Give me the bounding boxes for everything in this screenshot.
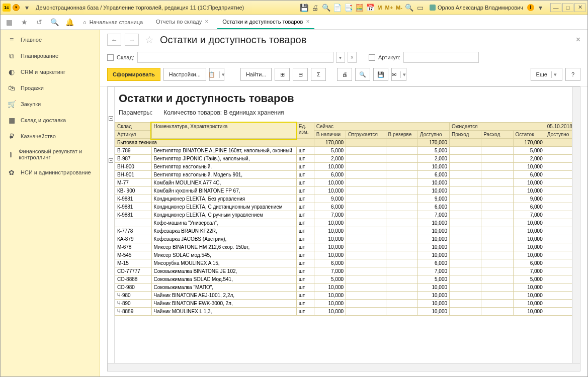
help-button[interactable]: ? xyxy=(565,68,580,81)
calculator-icon[interactable]: 🧮 xyxy=(354,3,364,13)
tree-collapse-icon[interactable]: − xyxy=(109,116,113,121)
sidebar-item-4[interactable]: 🛒Закупки xyxy=(1,96,100,112)
table-row[interactable]: К-9881Кондиционер ELEKTA, С ручным управ… xyxy=(115,211,580,219)
sidebar-item-7[interactable]: ⫿Финансовый результат и контроллинг xyxy=(1,144,100,164)
th-nomen[interactable]: Номенклатура, Характеристика xyxy=(151,123,296,139)
toolbar: Сформировать Настройки... 📋▾ Найти... ⊞ … xyxy=(100,65,587,86)
table-row[interactable]: К-7778Кофеварка BRAUN KF22R,шт10,00010,0… xyxy=(115,227,580,235)
table-row[interactable]: СО-8888Соковыжималка SOLAC Мод.541,шт5,0… xyxy=(115,275,580,284)
tree-gutter: − − xyxy=(108,87,115,371)
history-icon[interactable]: ↺ xyxy=(34,17,45,28)
table-row[interactable]: КВ- 900Комбайн кухонный BINATONE FP 67,ш… xyxy=(115,187,580,195)
th-artikul: Артикул xyxy=(115,131,152,139)
zoom-in-icon[interactable]: 🔍 xyxy=(404,3,414,13)
table-row[interactable]: В-987Вентилятор JIPONIC (Тайв.), напольн… xyxy=(115,155,580,163)
sidebar-item-6[interactable]: ₽Казначейство xyxy=(1,128,100,144)
tab-home[interactable]: ⌂ Начальная страница xyxy=(79,17,147,27)
close-icon[interactable]: × xyxy=(205,18,208,25)
th-unit: Ед. изм. xyxy=(296,123,314,139)
table-row[interactable]: К-9881Кондиционер ELEKTA, С дистанционны… xyxy=(115,203,580,211)
table-row[interactable]: Ч-890Чайник BINATONE EWK-3000, 2л,шт10,0… xyxy=(115,300,580,308)
search-icon[interactable]: 🔍 xyxy=(49,17,60,28)
minimize-button[interactable]: — xyxy=(550,3,561,12)
vertical-scrollbar[interactable] xyxy=(572,87,580,371)
th-prih: Приход xyxy=(450,131,481,139)
close-page-button[interactable]: × xyxy=(576,35,580,44)
find-button[interactable]: Найти... xyxy=(240,68,272,81)
memory-mplus-button[interactable]: M+ xyxy=(385,5,393,11)
table-row[interactable]: М-15Мясорубка MOULINEX A 15,шт6,0006,000… xyxy=(115,259,580,267)
table-row[interactable]: ВН-900Вентилятор настольный,шт10,00010,0… xyxy=(115,163,580,171)
user-name: Орлов Александр Владимирович xyxy=(438,5,523,11)
warehouse-input[interactable] xyxy=(137,52,333,63)
tabstrip: ▦ ★ ↺ 🔍 🔔 ⌂ Начальная страница Отчеты по… xyxy=(1,15,587,30)
table-row[interactable]: Ч-980Чайник BINATONE AEJ-1001, 2,2л,шт10… xyxy=(115,292,580,300)
save-icon[interactable]: 💾 xyxy=(299,3,309,13)
notifications-icon[interactable]: 🔔 xyxy=(64,17,75,28)
warehouse-select-button[interactable]: ▾ xyxy=(336,52,345,63)
tab-reports[interactable]: Отчеты по складу × xyxy=(151,15,213,29)
table-row[interactable]: КА-879Кофеварка JACOBS (Австрия),шт10,00… xyxy=(115,235,580,243)
preview-button[interactable]: 🔍 xyxy=(355,68,370,81)
info-dropdown-icon[interactable]: ▾ xyxy=(535,3,545,13)
app-menu-dropdown-icon[interactable]: ▾ xyxy=(13,4,20,11)
group-row[interactable]: Бытовая техника170,000170,000170,000 xyxy=(115,139,580,147)
back-button[interactable]: ← xyxy=(107,34,121,46)
table-row[interactable]: М-678Миксер BINATONE HM 212,6 скор. 150в… xyxy=(115,243,580,251)
table-row[interactable]: ВН-901Вентилятор настольный, Модель 901,… xyxy=(115,171,580,179)
sidebar-item-0[interactable]: ≡Главное xyxy=(1,32,100,48)
apps-icon[interactable]: ▦ xyxy=(4,17,15,28)
print-icon[interactable]: 🖨 xyxy=(310,3,320,13)
titlebar: 1c ▾ ▾ Демонстрационная база / Управлени… xyxy=(1,1,587,15)
print-button[interactable]: 🖨 xyxy=(337,68,352,81)
sidebar-item-8[interactable]: ✿НСИ и администрирование xyxy=(1,164,100,180)
variants-button[interactable]: 📋▾ xyxy=(209,68,224,81)
forward-button[interactable]: → xyxy=(125,34,139,46)
settings-label: Настройки... xyxy=(169,71,201,77)
table-row[interactable]: СО-77777Соковыжималка BINATONE JE 102,шт… xyxy=(115,267,580,275)
horizontal-scrollbar[interactable] xyxy=(108,363,580,371)
generate-button[interactable]: Сформировать xyxy=(107,68,160,81)
sidebar-item-2[interactable]: ◐CRM и маркетинг xyxy=(1,64,100,80)
info-icon[interactable]: i xyxy=(527,4,534,11)
sidebar-item-5[interactable]: ▦Склад и доставка xyxy=(1,112,100,128)
calendar-icon[interactable]: 📅 xyxy=(365,3,375,13)
collapse-button[interactable]: ⊟ xyxy=(293,68,308,81)
preview-icon[interactable]: 🔍 xyxy=(321,3,331,13)
table-row[interactable]: М-545Миксер SOLAC мод.545,шт10,00010,000… xyxy=(115,251,580,259)
save-report-button[interactable]: 💾 xyxy=(373,68,388,81)
sidebar-label: Склад и доставка xyxy=(21,117,66,123)
menu-dropdown-icon[interactable]: ▾ xyxy=(22,3,32,13)
copy-icon[interactable]: 📄 xyxy=(332,3,342,13)
table-row[interactable]: М-77Комбайн MOULINEX A77 4C,шт10,00010,0… xyxy=(115,179,580,187)
settings-button[interactable]: Настройки... xyxy=(163,68,206,81)
memory-mminus-button[interactable]: M- xyxy=(396,5,402,11)
generate-label: Сформировать xyxy=(113,71,155,77)
maximize-button[interactable]: □ xyxy=(562,3,573,12)
email-button[interactable]: ✉▾ xyxy=(391,68,406,81)
more-button[interactable]: Еще▾ xyxy=(531,68,562,81)
current-user[interactable]: Орлов Александр Владимирович xyxy=(430,5,523,11)
sum-button[interactable]: Σ xyxy=(311,68,326,81)
favorite-icon[interactable]: ★ xyxy=(19,17,30,28)
article-input[interactable] xyxy=(403,52,479,63)
compare-icon[interactable]: 📑 xyxy=(343,3,353,13)
warehouse-checkbox[interactable] xyxy=(107,54,114,61)
close-window-button[interactable]: ✕ xyxy=(574,3,585,12)
close-icon[interactable]: × xyxy=(306,18,309,25)
expand-button[interactable]: ⊞ xyxy=(275,68,290,81)
article-checkbox[interactable] xyxy=(369,54,375,61)
table-row[interactable]: Ч-8889Чайник MOULINEX L 1,3,шт10,00010,0… xyxy=(115,308,580,316)
favorite-star-icon[interactable]: ☆ xyxy=(145,34,154,46)
tree-collapse-icon[interactable]: − xyxy=(109,158,113,163)
windows-icon[interactable]: ▭ xyxy=(415,3,426,13)
memory-m-button[interactable]: M xyxy=(377,5,382,11)
table-row[interactable]: СО-980Соковыжималка "МАПО",шт10,00010,00… xyxy=(115,284,580,292)
tab-stock-availability[interactable]: Остатки и доступность товаров × xyxy=(217,15,314,29)
table-row[interactable]: В-789Вентилятор BINATONE ALPINE 160вт, н… xyxy=(115,147,580,155)
table-row[interactable]: К-9881Кондиционер ELEKTA, Без управления… xyxy=(115,195,580,203)
warehouse-clear-button[interactable]: × xyxy=(348,52,357,63)
sidebar-item-3[interactable]: 🛍Продажи xyxy=(1,80,100,96)
sidebar-item-1[interactable]: ⧉Планирование xyxy=(1,48,100,64)
table-row[interactable]: Кофе-машина "Универсал",шт10,00010,00010… xyxy=(115,219,580,227)
